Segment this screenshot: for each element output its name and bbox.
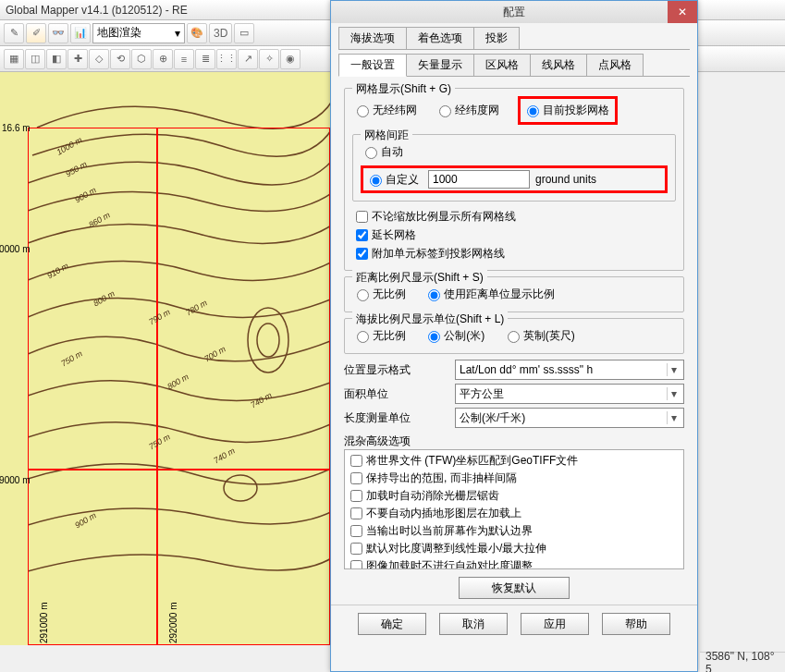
cancel-button[interactable]: 取消 bbox=[439, 613, 508, 635]
adv-opt-2[interactable]: 加载时自动消除光栅层锯齿 bbox=[347, 487, 681, 505]
app-title: Global Mapper v14.1 (b120512) - RE bbox=[6, 4, 188, 17]
elev-unit-title: 海拔比例尺显示单位(Shift + L) bbox=[352, 312, 508, 327]
tool-chart-icon[interactable]: 📊 bbox=[70, 23, 91, 43]
adv-opt-3[interactable]: 不要自动内插地形图层在加载上 bbox=[347, 505, 681, 522]
tab-row-top: 海拔选项 着色选项 投影 bbox=[338, 27, 690, 50]
radio-elev-metric[interactable]: 公制(米) bbox=[423, 326, 484, 345]
adv-opt-4[interactable]: 当输出时以当前屏幕作为默认边界 bbox=[347, 522, 681, 540]
radio-dist-units[interactable]: 使用距离单位显示比例 bbox=[423, 285, 555, 303]
y-label-0: 16.6 m bbox=[2, 123, 31, 133]
render-mode-label: 地图渲染 bbox=[97, 25, 141, 41]
tool2-4[interactable]: ✚ bbox=[67, 49, 88, 69]
radio-dist-none[interactable]: 无比例 bbox=[352, 285, 406, 303]
tool-brush-icon[interactable]: ✐ bbox=[26, 23, 46, 43]
help-button[interactable]: 帮助 bbox=[602, 613, 670, 635]
grid-spacing-title: 网格间距 bbox=[361, 128, 412, 143]
map-canvas[interactable]: 16.6 m 160000 m 159000 m 291000 m 292000… bbox=[0, 72, 330, 645]
tool-pencil-icon[interactable]: ✎ bbox=[4, 23, 24, 43]
tab-row-main: 一般设置 矢量显示 区风格 线风格 点风格 bbox=[338, 54, 690, 77]
x-label-0: 291000 m bbox=[39, 603, 49, 643]
tool2-5[interactable]: ◇ bbox=[89, 49, 109, 69]
area-unit-select[interactable]: 平方公里▾ bbox=[455, 384, 684, 404]
highlight-proj-grid: 目前投影网格 bbox=[518, 96, 618, 125]
tab-vector-display[interactable]: 矢量显示 bbox=[406, 54, 474, 76]
chk-attach-labels[interactable]: 附加单元标签到投影网格线 bbox=[352, 244, 505, 263]
grid-display-title: 网格显示(Shift + G) bbox=[352, 81, 455, 97]
tab-line-style[interactable]: 线风格 bbox=[530, 54, 587, 76]
tool2-2[interactable]: ◫ bbox=[25, 49, 45, 69]
adv-opt-6[interactable]: 图像加载时不进行自动对比度调整 bbox=[347, 557, 681, 569]
tool2-14[interactable]: ◉ bbox=[280, 49, 301, 69]
tool2-12[interactable]: ↗ bbox=[238, 49, 258, 69]
radio-latlon-grid[interactable]: 经纬度网 bbox=[435, 101, 499, 119]
distance-scale-group: 距离比例尺显示(Shift + S) 无比例 使用距离单位显示比例 bbox=[344, 276, 684, 312]
distance-scale-title: 距离比例尺显示(Shift + S) bbox=[352, 270, 487, 286]
elev-unit-group: 海拔比例尺显示单位(Shift + L) 无比例 公制(米) 英制(英尺) bbox=[344, 318, 684, 354]
chk-extend-grid[interactable]: 延长网格 bbox=[352, 226, 416, 244]
tool-3d-button[interactable]: 3D bbox=[209, 23, 232, 43]
grid-display-group: 网格显示(Shift + G) 无经纬网 经纬度网 目前投影网格 网格间距 自动… bbox=[344, 88, 684, 271]
restore-defaults-button[interactable]: 恢复默认 bbox=[459, 577, 570, 599]
tool-binoculars-icon[interactable]: 👓 bbox=[48, 23, 68, 43]
advanced-options-list[interactable]: 将世界文件 (TFW)坐标匹配到GeoTIFF文件 保持导出的范围, 而非抽样间… bbox=[344, 449, 684, 569]
tool2-3[interactable]: ◧ bbox=[46, 49, 67, 69]
pos-format-label: 位置显示格式 bbox=[344, 362, 455, 378]
spacing-value-input[interactable] bbox=[428, 170, 530, 189]
tab-shading-options[interactable]: 着色选项 bbox=[406, 27, 474, 49]
status-coord: 3586" N, 108° 5 bbox=[705, 650, 779, 673]
len-unit-label: 长度测量单位 bbox=[344, 410, 455, 426]
adv-opt-1[interactable]: 保持导出的范围, 而非抽样间隔 bbox=[347, 470, 681, 487]
chk-show-all-grid[interactable]: 不论缩放比例显示所有网格线 bbox=[352, 207, 516, 226]
render-mode-select[interactable]: 地图渲染 ▾ bbox=[92, 23, 185, 43]
tool2-10[interactable]: ≣ bbox=[195, 49, 215, 69]
tab-projection[interactable]: 投影 bbox=[473, 27, 520, 49]
pos-format-select[interactable]: Lat/Lon dd° mm' ss.ssss" h▾ bbox=[455, 360, 684, 380]
dropdown-arrow-icon: ▾ bbox=[667, 363, 680, 376]
close-button[interactable]: ✕ bbox=[668, 1, 697, 23]
len-unit-select[interactable]: 公制(米/千米)▾ bbox=[455, 408, 684, 428]
apply-button[interactable]: 应用 bbox=[521, 613, 589, 635]
tool2-1[interactable]: ▦ bbox=[4, 49, 24, 69]
tool-palette-icon[interactable]: 🎨 bbox=[187, 23, 207, 43]
y-label-1: 160000 m bbox=[0, 244, 30, 254]
y-label-2: 159000 m bbox=[0, 475, 30, 485]
radio-spacing-auto[interactable]: 自动 bbox=[361, 142, 403, 161]
dropdown-arrow-icon: ▾ bbox=[175, 27, 180, 40]
tool2-13[interactable]: ✧ bbox=[259, 49, 279, 69]
tab-general-settings[interactable]: 一般设置 bbox=[338, 54, 407, 77]
grid-spacing-group: 网格间距 自动 自定义 ground units bbox=[352, 134, 676, 202]
x-label-1: 292000 m bbox=[168, 603, 178, 643]
radio-elev-imperial[interactable]: 英制(英尺) bbox=[503, 326, 575, 345]
adv-title: 混杂高级选项 bbox=[344, 434, 684, 449]
dialog-title: 配置 bbox=[503, 5, 525, 20]
area-unit-label: 面积单位 bbox=[344, 386, 455, 402]
radio-spacing-custom[interactable]: 自定义 bbox=[365, 170, 419, 189]
tool2-6[interactable]: ⟲ bbox=[110, 49, 130, 69]
dialog-titlebar[interactable]: 配置 ✕ bbox=[331, 1, 697, 23]
status-bar: 3586" N, 108° 5 bbox=[700, 652, 785, 672]
adv-opt-5[interactable]: 默认对比度调整到线性最小/最大拉伸 bbox=[347, 540, 681, 557]
ok-button[interactable]: 确定 bbox=[358, 613, 426, 635]
radio-no-grid[interactable]: 无经纬网 bbox=[352, 101, 417, 119]
dropdown-arrow-icon: ▾ bbox=[667, 411, 680, 424]
radio-proj-grid[interactable]: 目前投影网格 bbox=[522, 101, 609, 119]
adv-opt-0[interactable]: 将世界文件 (TFW)坐标匹配到GeoTIFF文件 bbox=[347, 452, 681, 470]
dropdown-arrow-icon: ▾ bbox=[667, 387, 680, 400]
config-dialog: 配置 ✕ 海拔选项 着色选项 投影 一般设置 矢量显示 区风格 线风格 点风格 … bbox=[330, 0, 698, 672]
close-icon: ✕ bbox=[678, 6, 687, 18]
spacing-unit-label: ground units bbox=[535, 173, 596, 186]
tool2-11[interactable]: ⋮⋮ bbox=[216, 49, 237, 69]
tool2-9[interactable]: ≡ bbox=[174, 49, 194, 69]
tool2-8[interactable]: ⊕ bbox=[153, 49, 173, 69]
highlight-custom-spacing: 自定义 ground units bbox=[361, 165, 668, 193]
tab-area-style[interactable]: 区风格 bbox=[473, 54, 531, 76]
tab-point-style[interactable]: 点风格 bbox=[586, 54, 644, 76]
radio-elev-none[interactable]: 无比例 bbox=[352, 326, 406, 345]
tool2-7[interactable]: ⬡ bbox=[131, 49, 152, 69]
tab-elevation-options[interactable]: 海拔选项 bbox=[338, 27, 407, 49]
tool-rect-icon[interactable]: ▭ bbox=[234, 23, 254, 43]
